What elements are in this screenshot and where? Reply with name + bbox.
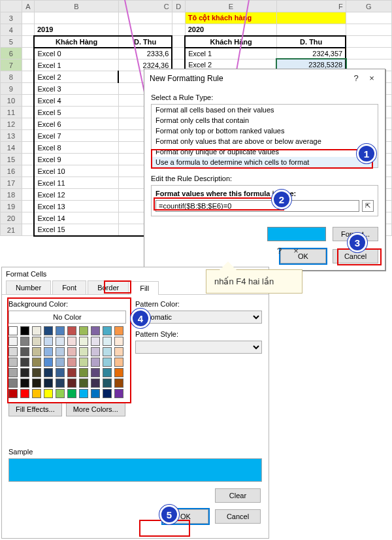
color-swatch[interactable] (103, 379, 112, 388)
cell-B16[interactable]: Excel 10 (34, 165, 118, 177)
cell-B20[interactable]: Excel 14 (34, 212, 118, 224)
tab-number[interactable]: Number (6, 280, 51, 294)
color-swatch[interactable] (67, 368, 76, 377)
color-swatch[interactable] (20, 368, 29, 377)
color-swatch[interactable] (56, 347, 65, 356)
color-swatch[interactable] (114, 347, 123, 356)
color-swatch[interactable] (103, 358, 112, 367)
color-swatch[interactable] (32, 379, 41, 388)
color-swatch[interactable] (8, 358, 18, 367)
color-swatch[interactable] (8, 347, 18, 356)
color-swatch[interactable] (8, 379, 18, 388)
color-swatch[interactable] (79, 347, 88, 356)
row-5[interactable]: 5 (1, 36, 22, 48)
cell-E3[interactable]: Tô cột khách hàng (185, 12, 277, 24)
row-6[interactable]: 6 (1, 48, 22, 59)
cell-B7[interactable]: Excel 1 (34, 59, 118, 71)
range-selector-icon[interactable]: ⇱ (362, 200, 374, 212)
col-A[interactable]: A (22, 1, 34, 12)
rule-type-item-formula[interactable]: Use a formula to determine which cells t… (152, 157, 378, 167)
color-swatch[interactable] (103, 347, 112, 356)
color-swatch[interactable] (103, 389, 112, 398)
cell-B19[interactable]: Excel 13 (34, 201, 118, 212)
cell-B5[interactable]: Khách Hàng (34, 36, 118, 48)
color-swatch[interactable] (44, 368, 53, 377)
color-swatch[interactable] (114, 368, 123, 377)
color-swatch[interactable] (103, 337, 112, 346)
color-swatch[interactable] (79, 379, 88, 388)
pattern-style-select[interactable] (135, 341, 262, 354)
row-7[interactable]: 7 (1, 59, 22, 71)
color-swatch[interactable] (20, 347, 29, 356)
row-9[interactable]: 9 (1, 83, 22, 95)
col-G[interactable]: G (346, 1, 391, 12)
rule-type-item[interactable]: Format only top or bottom ranked values (152, 126, 378, 136)
color-swatch[interactable] (8, 368, 18, 377)
col-F[interactable]: F (277, 1, 346, 12)
color-swatch[interactable] (91, 347, 100, 356)
color-swatch[interactable] (56, 379, 65, 388)
color-swatch[interactable] (67, 389, 76, 398)
color-swatch[interactable] (67, 337, 76, 346)
color-swatch[interactable] (114, 389, 123, 398)
color-swatch[interactable] (32, 347, 41, 356)
row-19[interactable]: 19 (1, 201, 22, 212)
formula-input[interactable] (155, 200, 359, 212)
color-swatch[interactable] (91, 358, 100, 367)
color-swatch[interactable] (8, 389, 18, 398)
color-swatch[interactable] (20, 389, 29, 398)
color-swatch[interactable] (32, 337, 41, 346)
close-icon[interactable]: × (364, 73, 380, 83)
row-21[interactable]: 21 (1, 224, 22, 236)
color-swatch[interactable] (103, 368, 112, 377)
color-swatch[interactable] (44, 337, 53, 346)
cell-B9[interactable]: Excel 3 (34, 83, 118, 95)
color-swatch[interactable] (56, 326, 65, 335)
rule-type-item[interactable]: Format only cells that contain (152, 115, 378, 126)
color-swatch[interactable] (79, 337, 88, 346)
color-swatch[interactable] (114, 326, 123, 335)
color-swatch[interactable] (56, 337, 65, 346)
tab-fill[interactable]: Fill (130, 281, 159, 295)
corner[interactable] (1, 1, 22, 12)
color-swatch[interactable] (114, 358, 123, 367)
row-4[interactable]: 4 (1, 24, 22, 36)
cell-C5[interactable]: D. Thu (118, 36, 172, 48)
cancel-button[interactable]: Cancel (215, 509, 261, 524)
row-3[interactable]: 3 (1, 12, 22, 24)
row-10[interactable]: 10 (1, 95, 22, 107)
color-swatch[interactable] (20, 379, 29, 388)
rule-type-item[interactable]: Format all cells based on their values (152, 105, 378, 115)
color-swatch[interactable] (67, 358, 76, 367)
color-swatch[interactable] (20, 337, 29, 346)
color-swatch[interactable] (8, 337, 18, 346)
color-swatch[interactable] (8, 326, 18, 335)
cell-F6[interactable]: 2324,357 (277, 48, 346, 59)
color-swatch[interactable] (67, 326, 76, 335)
color-swatch[interactable] (56, 358, 65, 367)
help-icon[interactable]: ? (277, 246, 282, 256)
cell-B13[interactable]: Excel 7 (34, 130, 118, 142)
color-swatch[interactable] (103, 326, 112, 335)
color-swatch[interactable] (44, 389, 53, 398)
cell-B12[interactable]: Excel 6 (34, 118, 118, 130)
color-swatch[interactable] (32, 358, 41, 367)
cell-E5[interactable]: Khách Hàng (185, 36, 277, 48)
color-swatch[interactable] (32, 326, 41, 335)
rule-type-item[interactable]: Format only values that are above or bel… (152, 136, 378, 146)
color-swatch[interactable] (67, 379, 76, 388)
pattern-color-select[interactable]: Automatic (135, 311, 262, 324)
color-swatch[interactable] (32, 389, 41, 398)
row-20[interactable]: 20 (1, 212, 22, 224)
color-swatch[interactable] (91, 337, 100, 346)
cell-B14[interactable]: Excel 8 (34, 142, 118, 154)
cell-B21[interactable]: Excel 15 (34, 224, 118, 236)
clear-button[interactable]: Clear (215, 488, 261, 503)
no-color-button[interactable]: No Color (8, 311, 126, 324)
color-swatch[interactable] (91, 368, 100, 377)
col-D[interactable]: D (172, 1, 185, 12)
row-18[interactable]: 18 (1, 189, 22, 201)
row-14[interactable]: 14 (1, 142, 22, 154)
color-swatch[interactable] (32, 368, 41, 377)
help-icon[interactable]: ? (348, 73, 364, 83)
